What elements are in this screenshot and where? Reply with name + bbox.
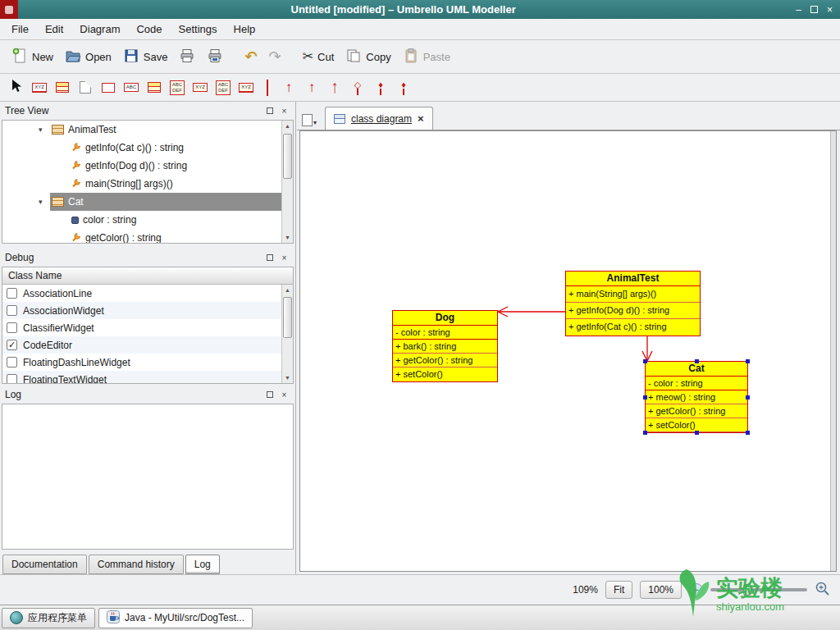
association-tool[interactable]: ↑ [325,77,345,98]
copy-button[interactable]: Copy [340,44,395,70]
menu-settings[interactable]: Settings [171,20,226,39]
zoom-slider-handle[interactable] [743,584,751,596]
text-tool[interactable]: ABC [121,77,141,98]
scroll-down-icon[interactable]: ▼ [282,232,293,243]
tree-item-main[interactable]: main(String[] args)() [2,175,281,193]
scroll-down-icon[interactable]: ▼ [282,372,293,383]
checkbox[interactable] [7,357,17,368]
package-tool[interactable]: XYZ [236,77,256,98]
checkbox[interactable] [7,322,17,333]
close-panel-button[interactable]: × [278,105,290,117]
tree-item-cat[interactable]: ▾ Cat [2,193,281,211]
containment-tool[interactable]: ♦ [394,77,413,98]
fit-button[interactable]: Fit [605,581,632,599]
debug-row-associationline[interactable]: AssociationLine [2,285,281,302]
tree-item-animaltest[interactable]: ▾ AnimalTest [2,121,281,139]
uml-class-animaltest[interactable]: AnimalTest + main(String[] args)() + get… [565,271,701,336]
redo-button[interactable]: ↷ [264,46,286,67]
cut-button[interactable]: ✂ Cut [298,46,340,67]
menu-file[interactable]: File [3,20,37,39]
debug-row-floatingtextwidget[interactable]: FloatingTextWidget [2,371,281,384]
debug-row-associationwidget[interactable]: AssociationWidget [2,302,281,319]
selection-handle[interactable] [695,359,699,363]
dependency-tool[interactable]: ↑ [279,77,299,98]
tab-close-icon[interactable]: × [418,113,424,124]
tree-item-getinfo-dog[interactable]: getInfo(Dog d)() : string [2,157,281,175]
task-java-dogtest[interactable]: Java - MyUtil/src/DogTest... [98,608,253,628]
save-button[interactable]: Save [118,44,173,70]
zoom-out-icon[interactable]: − [689,583,703,597]
checkbox[interactable] [7,288,17,299]
debug-row-classifierwidget[interactable]: ClassifierWidget [2,319,281,336]
zoom-in-icon[interactable] [815,581,830,599]
print-button[interactable] [174,44,200,70]
menu-edit[interactable]: Edit [37,20,71,39]
selection-handle[interactable] [643,431,647,435]
tree-scrollbar[interactable]: ▲ ▼ [281,121,293,243]
zoom-100-button[interactable]: 100% [640,581,682,599]
expander-icon[interactable]: ▾ [39,126,50,134]
class-tool[interactable] [144,77,164,98]
close-button[interactable]: × [827,5,833,15]
aggregation-tool[interactable]: ◇ [348,77,368,98]
expander-icon[interactable]: ▾ [39,198,50,206]
enum-tool[interactable]: ABCDEF [213,77,233,98]
scrollbar-thumb[interactable] [283,297,292,338]
selection-handle[interactable] [746,431,750,435]
tab-command-history[interactable]: Command history [89,555,184,574]
new-diagram-tab-button[interactable]: ▾ [302,114,317,126]
checkbox-checked[interactable]: ✓ [7,340,17,350]
interface-tool[interactable]: ABCDEF [167,77,187,98]
tab-log[interactable]: Log [185,555,220,574]
selection-handle[interactable] [746,395,750,399]
object-tool[interactable] [52,77,72,98]
application-menu-button[interactable]: 应用程序菜单 [2,608,95,628]
tree-item-color-attr[interactable]: color : string [2,211,281,229]
selection-handle[interactable] [695,431,699,435]
diagram-tab-class-diagram[interactable]: class diagram × [325,107,433,130]
checkbox[interactable] [7,305,17,316]
maximize-button[interactable] [810,6,818,13]
debug-row-floatingdashlinewidget[interactable]: FloatingDashLineWidget [2,354,281,371]
selection-handle[interactable] [643,359,647,363]
diagram-canvas[interactable]: AnimalTest + main(String[] args)() + get… [299,130,837,572]
scroll-up-icon[interactable]: ▲ [282,121,293,131]
close-panel-button[interactable]: × [278,252,290,264]
composition-tool[interactable]: ♦ [371,77,390,98]
print-preview-button[interactable] [202,44,228,70]
close-panel-button[interactable]: × [278,389,290,401]
undo-button[interactable]: ↶ [240,46,262,67]
debug-row-codeeditor[interactable]: ✓ CodeEditor [2,336,281,354]
class-name-column-header[interactable]: Class Name [2,267,293,285]
window-menu-button[interactable] [0,0,18,19]
menu-help[interactable]: Help [226,20,264,39]
note-tool[interactable] [75,77,95,98]
label-tool[interactable]: XYZ [30,77,49,98]
checkbox[interactable] [7,374,17,384]
minimize-button[interactable]: – [796,5,801,15]
menu-code[interactable]: Code [128,20,170,39]
float-panel-button[interactable] [263,252,276,264]
zoom-slider[interactable] [710,588,807,591]
paste-button[interactable]: Paste [398,44,455,70]
tab-documentation[interactable]: Documentation [2,555,87,574]
datatype-tool[interactable]: XYZ [190,77,210,98]
menu-diagram[interactable]: Diagram [71,20,128,39]
tree-item-getcolor[interactable]: getColor() : string [2,229,281,244]
generalization-tool[interactable]: ↑ [302,77,322,98]
tree-item-getinfo-cat[interactable]: getInfo(Cat c)() : string [2,139,281,157]
selection-handle[interactable] [746,359,750,363]
open-button[interactable]: Open [60,44,116,70]
box-tool[interactable] [98,77,118,98]
debug-scrollbar[interactable]: ▲ ▼ [281,285,293,383]
canvas-vertical-scrollbar[interactable] [830,131,836,571]
float-panel-button[interactable] [263,389,276,401]
scroll-up-icon[interactable]: ▲ [282,285,293,295]
float-panel-button[interactable] [263,105,276,117]
pointer-tool[interactable] [7,77,26,98]
uml-class-cat[interactable]: Cat - color : string + meow() : string +… [645,361,748,433]
new-button[interactable]: New [7,44,58,70]
scrollbar-thumb[interactable] [283,134,292,179]
uml-class-dog[interactable]: Dog - color : string + bark() : string +… [392,310,498,382]
selection-handle[interactable] [643,395,647,399]
